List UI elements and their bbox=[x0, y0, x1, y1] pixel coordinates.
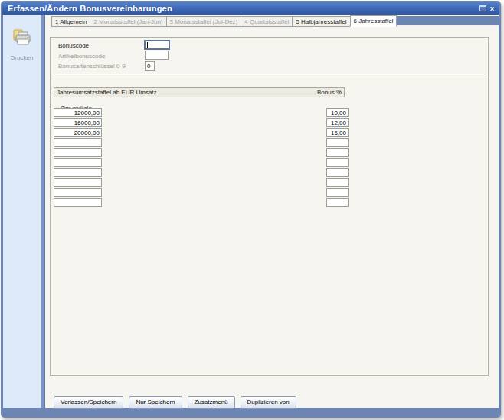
tab-strip: 1 Allgemein 2 Monatsstaffel (Jan-Jun) 3 … bbox=[45, 16, 499, 28]
table-row bbox=[54, 168, 483, 178]
umsatz-input[interactable] bbox=[54, 198, 102, 207]
printer-icon bbox=[11, 28, 32, 49]
text-caret bbox=[147, 42, 148, 48]
bonus-input[interactable] bbox=[326, 178, 349, 187]
table-row bbox=[54, 178, 483, 188]
umsatz-input[interactable] bbox=[54, 178, 102, 187]
bonusartenschluessel-input[interactable] bbox=[145, 61, 155, 71]
duplizieren-von-button[interactable]: Duplizieren von bbox=[241, 396, 296, 409]
umsatz-input[interactable] bbox=[54, 148, 102, 157]
table-row bbox=[54, 108, 483, 118]
umsatz-input[interactable] bbox=[54, 128, 102, 137]
tab-monatsstaffel-jul-dez[interactable]: 3 Monatsstaffel (Jul-Dez) bbox=[166, 16, 242, 27]
table-row bbox=[54, 188, 483, 198]
umsatz-input[interactable] bbox=[54, 138, 102, 147]
staffel-header-right: Bonus % bbox=[317, 89, 342, 96]
umsatz-input[interactable] bbox=[54, 118, 102, 127]
tab-halbjahresstaffel[interactable]: 5 Halbjahresstaffel bbox=[292, 16, 350, 27]
bonus-input[interactable] bbox=[326, 138, 349, 147]
bonus-input[interactable] bbox=[326, 108, 349, 117]
tabrow-filler bbox=[396, 16, 499, 26]
app-window: Erfassen/Ändern Bonusvereinbarungen x Dr… bbox=[1, 1, 501, 418]
print-label: Drucken bbox=[3, 54, 41, 61]
close-icon[interactable]: x bbox=[490, 5, 494, 12]
bonus-input[interactable] bbox=[326, 128, 349, 137]
tab-jahresstaffel[interactable]: 6 Jahresstaffel bbox=[350, 15, 398, 27]
tab-page-panel: Bonuscode Artikelbonuscode Bonusartensch… bbox=[50, 37, 489, 376]
staffel-rows bbox=[54, 108, 483, 208]
main-area: 1 Allgemein 2 Monatsstaffel (Jan-Jun) 3 … bbox=[45, 15, 499, 408]
zusatzmenu-button[interactable]: Zusatzmenü bbox=[188, 396, 235, 409]
bonus-input[interactable] bbox=[326, 198, 349, 207]
bonus-input[interactable] bbox=[326, 118, 349, 127]
window-content: Drucken 1 Allgemein 2 Monatsstaffel (Jan… bbox=[3, 15, 499, 408]
umsatz-input[interactable] bbox=[54, 158, 102, 167]
table-row bbox=[54, 128, 483, 138]
restore-icon[interactable] bbox=[479, 5, 486, 11]
print-button[interactable]: Drucken bbox=[3, 28, 41, 61]
bonuscode-field-wrap bbox=[144, 40, 170, 50]
umsatz-input[interactable] bbox=[54, 168, 102, 177]
bonus-input[interactable] bbox=[326, 188, 349, 197]
artikelbonuscode-input[interactable] bbox=[145, 51, 169, 60]
bonus-input[interactable] bbox=[326, 148, 349, 157]
tab-allgemein[interactable]: 1 Allgemein bbox=[51, 16, 90, 27]
table-row bbox=[54, 198, 483, 208]
umsatz-input[interactable] bbox=[54, 108, 102, 117]
toolbar-sidebar: Drucken bbox=[3, 15, 41, 408]
table-row bbox=[54, 138, 483, 148]
artikelbonuscode-label: Artikelbonuscode bbox=[58, 53, 105, 60]
bonuscode-label: Bonuscode bbox=[58, 42, 89, 49]
window-title: Erfassen/Ändern Bonusvereinbarungen bbox=[2, 4, 172, 13]
title-bar: Erfassen/Ändern Bonusvereinbarungen x bbox=[2, 2, 499, 15]
bonus-input[interactable] bbox=[326, 168, 349, 177]
nur-speichern-button[interactable]: Nur Speichern bbox=[129, 396, 182, 409]
bonus-input[interactable] bbox=[326, 158, 349, 167]
verlassen-speichern-button[interactable]: Verlassen/Speichern bbox=[54, 396, 123, 409]
table-row bbox=[54, 158, 483, 168]
bonusartenschluessel-label: Bonusartenschlüssel 0-9 bbox=[58, 63, 126, 70]
staffel-header-bar: Jahresumsatzstaffel ab EUR Umsatz Bonus … bbox=[54, 87, 345, 97]
separator-line bbox=[54, 74, 486, 75]
tab-quartalsstaffel[interactable]: 4 Quartalsstaffel bbox=[241, 16, 293, 27]
staffel-header-left: Jahresumsatzstaffel ab EUR Umsatz bbox=[57, 89, 157, 96]
bonuscode-input[interactable] bbox=[144, 40, 170, 50]
umsatz-input[interactable] bbox=[54, 188, 102, 197]
table-row bbox=[54, 148, 483, 158]
table-row bbox=[54, 118, 483, 128]
tab-monatsstaffel-jan-jun[interactable]: 2 Monatsstaffel (Jan-Jun) bbox=[90, 16, 166, 27]
action-buttons: Verlassen/Speichern Nur Speichern Zusatz… bbox=[54, 396, 296, 409]
titlebar-controls: x bbox=[479, 5, 499, 12]
